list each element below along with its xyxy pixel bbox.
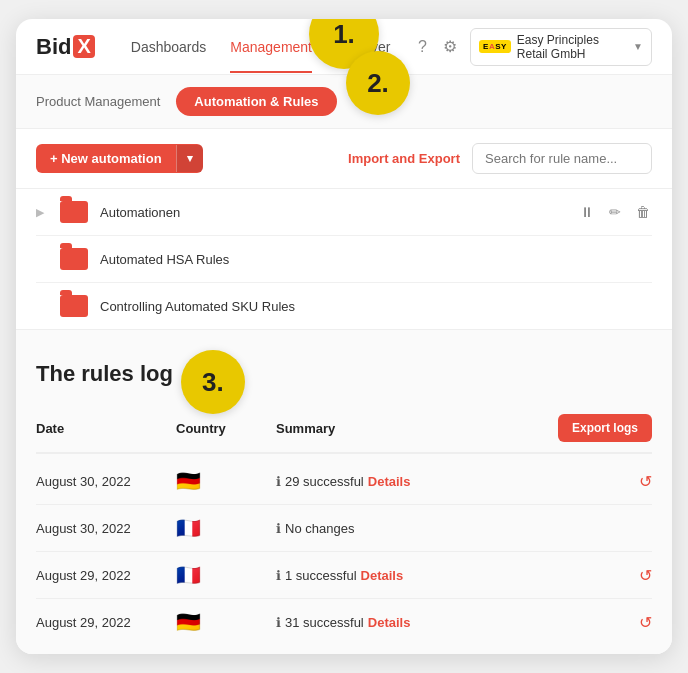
info-icon: ℹ	[276, 474, 281, 489]
rules-log-title: The rules log	[36, 361, 173, 387]
import-export-link[interactable]: Import and Export	[348, 151, 460, 166]
new-automation-label: + New automation	[36, 144, 176, 173]
search-input[interactable]	[472, 143, 652, 174]
refresh-icon[interactable]: ↺	[592, 472, 652, 491]
new-automation-button[interactable]: + New automation ▾	[36, 144, 203, 173]
log-country: 🇫🇷	[176, 563, 276, 587]
summary-text: No changes	[285, 521, 354, 536]
log-date: August 29, 2022	[36, 615, 176, 630]
folder-icon	[60, 295, 88, 317]
export-logs-button[interactable]: Export logs	[558, 414, 652, 442]
flag-icon: 🇫🇷	[176, 563, 201, 587]
log-summary: ℹ No changes	[276, 521, 592, 536]
help-icon[interactable]: ?	[414, 37, 430, 57]
log-summary: ℹ 31 successful Details	[276, 615, 592, 630]
automation-name: Automated HSA Rules	[100, 252, 229, 267]
nav-bar: BidX Dashboards Management Discover ? ⚙ …	[16, 19, 672, 75]
log-summary: ℹ 29 successful Details	[276, 474, 592, 489]
nav-management[interactable]: Management	[230, 21, 312, 73]
easy-logo: EASY	[479, 40, 511, 53]
col-country-header: Country	[176, 421, 276, 436]
automation-rules-tab[interactable]: Automation & Rules	[176, 87, 336, 116]
delete-icon[interactable]: 🗑	[634, 203, 652, 221]
automation-name: Automationen	[100, 205, 180, 220]
nav-discover[interactable]: Discover	[336, 21, 390, 73]
log-row: August 30, 2022 🇩🇪 ℹ 29 successful Detai…	[36, 458, 652, 505]
automation-item: ▶ Automationen ⏸ ✏ 🗑	[36, 189, 652, 236]
callout-3: 3.	[181, 350, 245, 414]
info-icon: ℹ	[276, 521, 281, 536]
company-name: Easy Principles Retail GmbH	[517, 33, 627, 61]
log-summary: ℹ 1 successful Details	[276, 568, 592, 583]
folder-icon	[60, 201, 88, 223]
toolbar: + New automation ▾ Import and Export	[16, 129, 672, 189]
log-row: August 30, 2022 🇫🇷 ℹ No changes	[36, 505, 652, 552]
info-icon: ℹ	[276, 615, 281, 630]
nav-icons: ? ⚙ EASY Easy Principles Retail GmbH ▼	[414, 28, 652, 66]
folder-icon	[60, 248, 88, 270]
company-dropdown-arrow: ▼	[633, 41, 643, 52]
new-automation-dropdown-arrow[interactable]: ▾	[176, 145, 203, 172]
log-country: 🇩🇪	[176, 469, 276, 493]
flag-icon: 🇩🇪	[176, 469, 201, 493]
automation-item: ▶ Automated HSA Rules	[36, 236, 652, 283]
log-row: August 29, 2022 🇫🇷 ℹ 1 successful Detail…	[36, 552, 652, 599]
summary-text: 1 successful	[285, 568, 357, 583]
log-date: August 29, 2022	[36, 568, 176, 583]
summary-text: 29 successful	[285, 474, 364, 489]
summary-text: 31 successful	[285, 615, 364, 630]
details-link[interactable]: Details	[361, 568, 404, 583]
settings-icon[interactable]: ⚙	[442, 37, 458, 57]
automation-list: ▶ Automationen ⏸ ✏ 🗑 ▶ Automated HSA Rul…	[16, 189, 672, 330]
refresh-icon[interactable]: ↺	[592, 613, 652, 632]
sub-header: Product Management Automation & Rules 2.	[16, 75, 672, 129]
log-table-header: Date Country Summary Export logs	[36, 414, 652, 454]
edit-icon[interactable]: ✏	[606, 203, 624, 221]
automation-name: Controlling Automated SKU Rules	[100, 299, 295, 314]
log-country: 🇩🇪	[176, 610, 276, 634]
details-link[interactable]: Details	[368, 615, 411, 630]
nav-dashboards[interactable]: Dashboards	[131, 21, 207, 73]
details-link[interactable]: Details	[368, 474, 411, 489]
pause-icon[interactable]: ⏸	[578, 203, 596, 221]
flag-icon: 🇫🇷	[176, 516, 201, 540]
col-summary-header: Summary	[276, 421, 558, 436]
company-selector[interactable]: EASY Easy Principles Retail GmbH ▼	[470, 28, 652, 66]
col-date-header: Date	[36, 421, 176, 436]
app-container: 1. BidX Dashboards Management Discover ?…	[16, 19, 672, 654]
product-management-label: Product Management	[36, 94, 160, 109]
item-actions: ⏸ ✏ 🗑	[578, 203, 652, 221]
logo: BidX	[36, 34, 95, 60]
info-icon: ℹ	[276, 568, 281, 583]
log-date: August 30, 2022	[36, 521, 176, 536]
automation-item: ▶ Controlling Automated SKU Rules	[36, 283, 652, 329]
log-country: 🇫🇷	[176, 516, 276, 540]
refresh-icon[interactable]: ↺	[592, 566, 652, 585]
rules-log-section: The rules log 3. Date Country Summary Ex…	[16, 330, 672, 654]
log-row: August 29, 2022 🇩🇪 ℹ 31 successful Detai…	[36, 599, 652, 654]
log-date: August 30, 2022	[36, 474, 176, 489]
flag-icon: 🇩🇪	[176, 610, 201, 634]
expand-arrow-icon[interactable]: ▶	[36, 206, 48, 219]
